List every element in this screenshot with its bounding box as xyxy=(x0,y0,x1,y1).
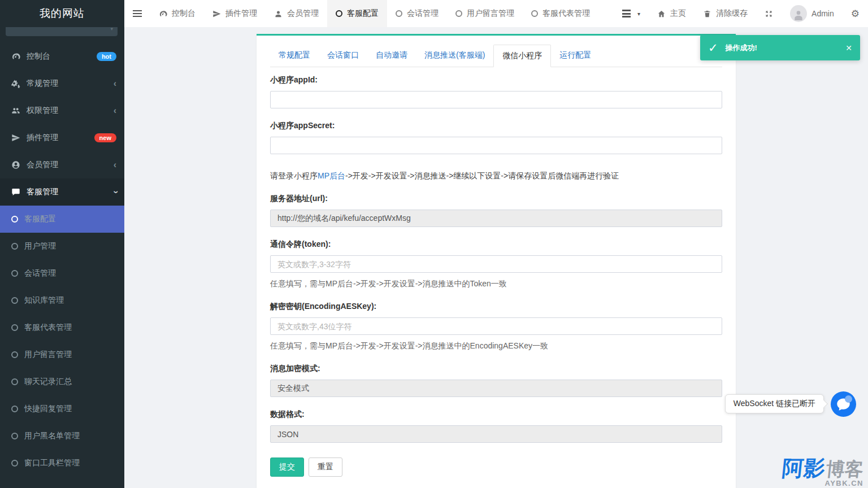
nav-item-label: 插件管理 xyxy=(225,8,257,19)
tab-general-config[interactable]: 常规配置 xyxy=(270,45,319,67)
sidebar-subitem-session-management[interactable]: 会话管理 xyxy=(0,260,124,287)
sidebar-item-label: 客服配置 xyxy=(24,214,56,224)
circle-icon xyxy=(11,216,18,223)
sidebar-subitem-window-toolbar[interactable]: 窗口工具栏管理 xyxy=(0,450,124,477)
appsecret-input[interactable] xyxy=(270,137,722,154)
user-menu[interactable]: Admin xyxy=(782,0,843,27)
sidebar-subitem-user-management[interactable]: 用户管理 xyxy=(0,233,124,260)
sidebar-subitem-knowledge-base[interactable]: 知识库管理 xyxy=(0,287,124,314)
caret-down-icon: ▾ xyxy=(637,11,640,17)
config-tabs: 常规配置 会话窗口 自动邀请 消息推送(客服端) 微信小程序 运行配置 xyxy=(270,45,722,67)
brand-title: 我的网站 xyxy=(0,0,124,27)
sidebar-item-label: 用户管理 xyxy=(24,241,56,251)
circle-icon xyxy=(11,460,18,467)
hot-badge: hot xyxy=(97,52,116,61)
circle-icon xyxy=(11,243,18,250)
home-button[interactable]: 主页 xyxy=(649,0,695,27)
navbar-menu: 控制台 插件管理 会员管理 客服配置 会话管理 用户留言管理 客服代表管理 xyxy=(124,0,868,27)
sidebar-item-label: 用户留言管理 xyxy=(24,350,72,360)
top-navbar: 我的网站 控制台 插件管理 会员管理 客服配置 会话管理 用户留言管理 xyxy=(0,0,868,27)
cogs-icon xyxy=(11,79,20,88)
form-actions: 提交 重置 xyxy=(270,457,722,477)
main-content: 常规配置 会话窗口 自动邀请 消息推送(客服端) 微信小程序 运行配置 小程序a… xyxy=(124,27,868,488)
tab-run-config[interactable]: 运行配置 xyxy=(551,45,600,67)
submit-button[interactable]: 提交 xyxy=(270,457,304,477)
nav-item-label: 用户留言管理 xyxy=(467,8,514,19)
mp-console-link[interactable]: MP后台 xyxy=(318,171,345,180)
tab-session-window[interactable]: 会话窗口 xyxy=(319,45,367,67)
nav-item-plugins[interactable]: 插件管理 xyxy=(204,0,266,27)
sidebar-menu: 控制台 hot 常规管理 ‹ 权限管理 ‹ 插件管理 new 会员管理 ‹ 客服… xyxy=(0,27,124,477)
expand-arrows-icon xyxy=(765,10,773,18)
tab-list-dropdown[interactable]: ▾ xyxy=(614,0,649,27)
sidebar-subitem-quick-replies[interactable]: 快捷回复管理 xyxy=(0,395,124,422)
circle-icon xyxy=(11,351,18,358)
gears-icon: ⚙ xyxy=(851,8,860,20)
nav-item-label: 客服代表管理 xyxy=(542,8,590,19)
clear-cache-button[interactable]: 清除缓存 xyxy=(695,0,756,27)
tab-auto-invite[interactable]: 自动邀请 xyxy=(367,45,416,67)
sidebar-subitem-user-messages[interactable]: 用户留言管理 xyxy=(0,341,124,368)
nav-item-label: 控制台 xyxy=(172,8,196,19)
sidebar-item-label: 控制台 xyxy=(27,51,50,62)
instruction-suffix: ->开发->开发设置->消息推送->继续以下设置->请保存设置后微信端再进行验证 xyxy=(345,171,619,180)
watermark-name-grey: 博客 xyxy=(825,460,864,478)
user-icon xyxy=(274,10,283,18)
chevron-down-icon: ‹ xyxy=(110,190,119,193)
user-name: Admin xyxy=(811,9,834,18)
list-icon xyxy=(622,10,631,18)
sidebar-item-label: 会话管理 xyxy=(24,268,56,278)
sidebar-item-plugins[interactable]: 插件管理 new xyxy=(0,124,124,151)
nav-item-label: 会话管理 xyxy=(407,8,439,19)
sidebar-item-label: 客服代表管理 xyxy=(24,323,72,333)
circle-icon xyxy=(11,433,18,439)
sidebar-item-kefu-management[interactable]: 客服管理 ‹ xyxy=(0,178,124,206)
nav-item-label: 会员管理 xyxy=(287,8,319,19)
sidebar-item-dashboard[interactable]: 控制台 hot xyxy=(0,43,124,70)
nav-item-members[interactable]: 会员管理 xyxy=(266,0,327,27)
data-format-input xyxy=(270,425,722,443)
websocket-tooltip-text: WebSocket 链接已断开 xyxy=(734,399,815,409)
server-url-input xyxy=(270,210,722,227)
data-format-label: 数据格式: xyxy=(270,409,722,420)
encrypt-mode-input xyxy=(270,380,722,397)
sidebar-subitem-chat-logs[interactable]: 聊天记录汇总 xyxy=(0,368,124,395)
toast-close-icon[interactable]: ✕ xyxy=(845,43,852,53)
fullscreen-button[interactable] xyxy=(756,0,782,27)
sidebar-item-label: 插件管理 xyxy=(27,133,58,143)
tab-wechat-miniprogram[interactable]: 微信小程序 xyxy=(493,45,551,67)
appid-input[interactable] xyxy=(270,91,722,108)
sidebar-item-label: 会员管理 xyxy=(27,160,58,170)
tab-message-push[interactable]: 消息推送(客服端) xyxy=(416,45,493,67)
token-input[interactable] xyxy=(270,255,722,273)
sidebar-item-label: 窗口工具栏管理 xyxy=(24,458,80,468)
nav-item-label: 客服配置 xyxy=(347,8,379,19)
toast-message: 操作成功! xyxy=(726,43,757,53)
sidebar-item-general[interactable]: 常规管理 ‹ xyxy=(0,70,124,97)
sidebar-toggle-button[interactable] xyxy=(124,0,150,27)
sidebar-subitem-kefu-config[interactable]: 客服配置 xyxy=(0,206,124,233)
sidebar-subitem-blacklist[interactable]: 用户黑名单管理 xyxy=(0,422,124,450)
server-url-label: 服务器地址(url): xyxy=(270,194,722,204)
mp-instruction: 请登录小程序MP后台->开发->开发设置->消息推送->继续以下设置->请保存设… xyxy=(270,171,722,181)
tachometer-icon xyxy=(159,10,167,18)
clear-cache-label: 清除缓存 xyxy=(716,8,748,19)
sidebar-item-permissions[interactable]: 权限管理 ‹ xyxy=(0,97,124,124)
nav-item-dashboard[interactable]: 控制台 xyxy=(150,0,204,27)
reset-button[interactable]: 重置 xyxy=(309,457,342,477)
sidebar-subitem-agents[interactable]: 客服代表管理 xyxy=(0,314,124,341)
chat-widget-button[interactable] xyxy=(831,391,856,417)
nav-item-kefu-config[interactable]: 客服配置 xyxy=(327,0,387,27)
token-help: 任意填写，需与MP后台->开发->开发设置->消息推送中的Token一致 xyxy=(270,279,722,289)
chevron-left-icon: ‹ xyxy=(114,79,116,88)
circle-icon xyxy=(455,10,462,17)
encrypt-mode-label: 消息加密模式: xyxy=(270,364,722,374)
circle-icon xyxy=(396,10,402,17)
websocket-tooltip: WebSocket 链接已断开 xyxy=(725,394,824,413)
nav-item-sessions[interactable]: 会话管理 xyxy=(387,0,447,27)
settings-button[interactable]: ⚙ xyxy=(843,0,868,27)
nav-item-agents[interactable]: 客服代表管理 xyxy=(523,0,598,27)
nav-item-user-messages[interactable]: 用户留言管理 xyxy=(447,0,523,27)
aeskey-input[interactable] xyxy=(270,317,722,335)
sidebar-item-members[interactable]: 会员管理 ‹ xyxy=(0,151,124,178)
